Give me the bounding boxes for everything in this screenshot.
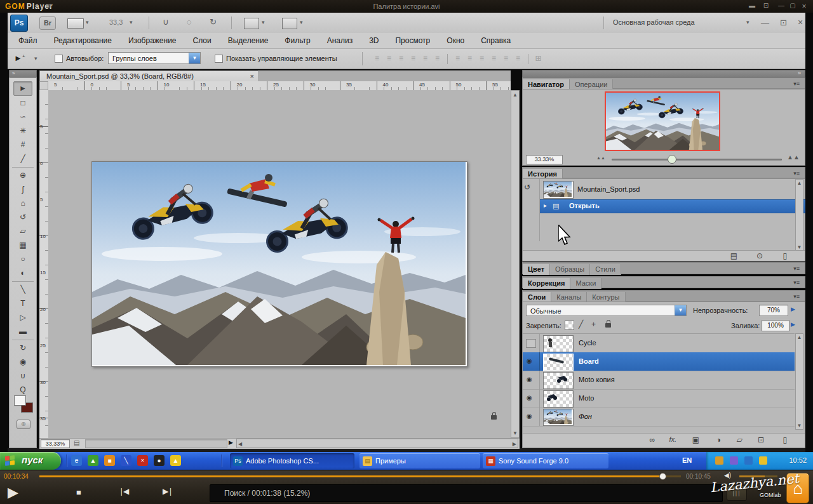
show-controls-checkbox[interactable] (215, 55, 223, 63)
menu-1[interactable]: Редактирование (46, 36, 120, 45)
scroll-right-icon[interactable]: ▶ (513, 441, 516, 447)
chevron-down-icon[interactable]: ▾ (34, 55, 37, 62)
screen-mode-icon[interactable] (282, 18, 297, 29)
layer-row-background[interactable]: ◉ Фон (523, 408, 795, 427)
play-button[interactable]: ▶ (8, 484, 18, 501)
zoom-in-icon[interactable]: ▲▲ (787, 154, 800, 161)
tab-masks[interactable]: Маски (570, 278, 601, 289)
ps-logo[interactable]: Ps (10, 15, 28, 32)
eyedropper-tool[interactable]: ╱ (14, 152, 32, 166)
fill-field[interactable]: 100% (762, 320, 789, 331)
link-layers-icon[interactable]: ∞ (649, 435, 655, 444)
menu-9[interactable]: Окно (438, 36, 473, 45)
slider-handle[interactable] (668, 155, 676, 164)
browser-icon[interactable]: e (71, 455, 82, 466)
opacity-field[interactable]: 70% (759, 305, 788, 316)
dropdown-arrow-icon[interactable]: ▼ (675, 305, 686, 315)
hand-tool[interactable]: ∪ (14, 369, 32, 383)
quick-mask-button[interactable]: ◎ (17, 420, 30, 429)
crop-tool[interactable]: # (14, 138, 32, 152)
3d-rotate-tool[interactable]: ↻ (14, 342, 32, 355)
menu-0[interactable]: Файл (10, 36, 46, 45)
delete-layer-icon[interactable]: ▯ (783, 435, 787, 444)
new-snapshot-icon[interactable]: ⊙ (756, 251, 763, 260)
visibility-cell[interactable]: ◉ (523, 389, 540, 408)
path-selection-tool[interactable]: ▷ (14, 311, 32, 324)
panel-toggle-icon[interactable]: ▬ (747, 2, 757, 9)
marquee-tool[interactable]: □ (14, 96, 32, 110)
scroll-up-icon[interactable]: ▲ (796, 335, 803, 340)
chevron-down-icon[interactable]: ▾ (86, 19, 89, 25)
scroll-up-icon[interactable]: ▲ (511, 92, 519, 98)
chevron-down-icon[interactable]: ▾ (262, 19, 265, 25)
autoselect-checkbox[interactable] (55, 55, 63, 63)
blend-mode-dropdown[interactable]: Обычные ▼ (526, 305, 687, 316)
layer-row-cycle[interactable]: Cycle (523, 334, 795, 353)
history-step-selected[interactable]: ▸ ▤ Открыть (540, 199, 805, 213)
dropdown-arrow-icon[interactable]: ▼ (189, 53, 200, 63)
bridge-button[interactable]: Br (39, 17, 56, 30)
eye-icon[interactable]: ◉ (527, 413, 532, 420)
blur-tool[interactable]: ○ (14, 253, 32, 266)
menu-2[interactable]: Изображение (120, 36, 185, 45)
writer-icon[interactable]: ╲ (121, 455, 131, 466)
security-shield-icon[interactable] (759, 456, 767, 465)
navigator-zoom-slider[interactable] (612, 159, 782, 161)
history-brush-tool[interactable]: ↺ (14, 211, 32, 224)
tab-color[interactable]: Цвет (523, 264, 550, 275)
display-icon[interactable] (730, 456, 738, 465)
next-button[interactable]: ▶❘ (163, 487, 172, 496)
ps-restore-icon[interactable]: ⊡ (780, 18, 787, 27)
player-titlebar[interactable]: GOMPlayer ⊛ Палитра истории.avi ▬ ⊡ — ▢ … (0, 0, 813, 13)
layer-name[interactable]: Moto копия (579, 376, 615, 383)
stop-button[interactable]: ■ (76, 487, 81, 497)
lock-paint-icon[interactable]: ╱ (579, 320, 583, 329)
layer-thumbnail[interactable] (543, 372, 574, 389)
menu-10[interactable]: Справка (473, 36, 519, 45)
taskbar-clock[interactable]: 10:52 (789, 456, 807, 464)
ruler-corner[interactable] (39, 81, 48, 90)
maximize-icon[interactable]: ▢ (788, 2, 798, 9)
network-icon[interactable] (715, 456, 723, 465)
3d-orbit-tool[interactable]: ◉ (14, 355, 32, 369)
panel-menu-icon[interactable]: ▾≡ (793, 279, 800, 286)
seek-bar[interactable] (39, 475, 681, 477)
history-document-name[interactable]: Mountain_Sport.psd (577, 185, 640, 193)
foreground-color-swatch[interactable] (14, 395, 26, 406)
eye-icon[interactable]: ◉ (527, 394, 532, 401)
layer-row-moto-copy[interactable]: ◉ Moto копия (523, 371, 795, 390)
delphi-icon[interactable]: ▲ (170, 455, 181, 466)
panel-menu-icon[interactable]: ▾≡ (793, 293, 800, 300)
zoom-level-button[interactable]: 33,3 (109, 18, 123, 26)
layer-mask-icon[interactable]: ▣ (692, 435, 699, 444)
scroll-up-icon[interactable]: ▲ (796, 180, 803, 186)
status-expand-icon[interactable]: ▶ (229, 439, 233, 446)
canvas-area[interactable] (48, 90, 511, 438)
lock-all-icon[interactable] (605, 323, 611, 328)
ps-minimize-icon[interactable]: — (761, 18, 769, 27)
dock-collapse-strip[interactable]: » (522, 70, 805, 77)
previous-button[interactable]: ❘◀ (118, 487, 128, 496)
workspace-switcher[interactable]: Основная рабочая среда (613, 18, 695, 26)
start-button[interactable]: пуск (0, 452, 61, 470)
layer-name[interactable]: Фон (579, 413, 592, 420)
delete-state-icon[interactable]: ▯ (783, 251, 787, 260)
brush-tool[interactable]: ʃ (14, 183, 32, 196)
visibility-cell[interactable]: ◉ (523, 408, 540, 426)
ruler-top[interactable]: 50510152025303540455055 (48, 81, 511, 91)
new-document-from-state-icon[interactable]: ▤ (730, 251, 737, 260)
layer-row-board[interactable]: ◉ Board (523, 352, 795, 371)
lock-transparency-icon[interactable] (565, 321, 574, 330)
opacity-slider-icon[interactable]: ▶ (791, 306, 795, 312)
scroll-down-icon[interactable]: ▼ (796, 244, 803, 250)
adjustment-layer-icon[interactable]: ◑ (716, 435, 721, 444)
scroll-down-icon[interactable]: ▼ (796, 423, 803, 428)
ps-close-icon[interactable]: × (798, 17, 803, 27)
rotate-view-icon[interactable]: ↻ (210, 17, 217, 27)
hand-tool-icon[interactable]: ∪ (163, 17, 169, 27)
lasso-tool[interactable]: ∽ (14, 110, 32, 124)
layers-scrollbar[interactable]: ▲ ▼ (795, 333, 803, 430)
clone-stamp-tool[interactable]: ⌂ (14, 197, 32, 210)
history-scrollbar[interactable]: ▲ ▼ (795, 179, 803, 251)
task-button-folder[interactable]: ▤ Примеры (359, 453, 480, 468)
